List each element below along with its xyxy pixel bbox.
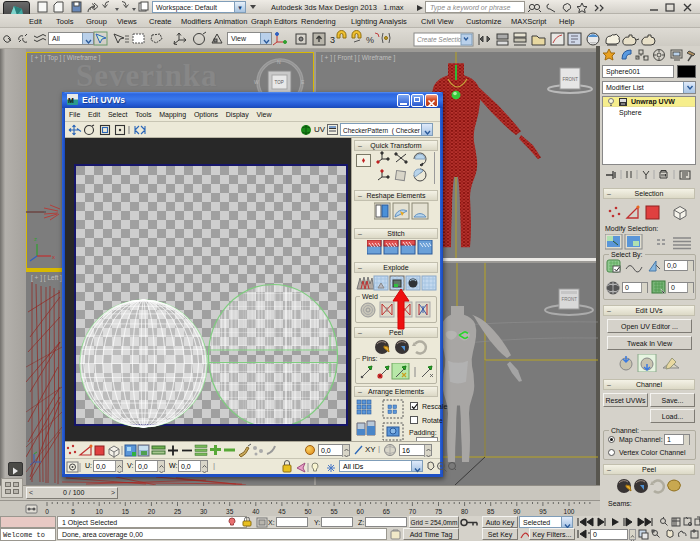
svg-text:5: 5 bbox=[71, 508, 75, 515]
svg-text:100: 100 bbox=[564, 508, 575, 515]
svg-text:50: 50 bbox=[304, 508, 312, 515]
svg-text:55: 55 bbox=[330, 508, 338, 515]
svg-text:3: 3 bbox=[330, 35, 335, 45]
svg-text:45: 45 bbox=[278, 508, 286, 515]
svg-text:65: 65 bbox=[383, 508, 391, 515]
svg-text:35: 35 bbox=[226, 508, 234, 515]
svg-text:10: 10 bbox=[96, 508, 104, 515]
svg-text:x: x bbox=[52, 254, 55, 260]
svg-text:90: 90 bbox=[513, 508, 521, 515]
svg-text:0: 0 bbox=[45, 508, 49, 515]
svg-text:20: 20 bbox=[148, 508, 156, 515]
svg-text:95: 95 bbox=[539, 508, 547, 515]
svg-text:40: 40 bbox=[252, 508, 260, 515]
svg-text:M: M bbox=[68, 97, 74, 104]
svg-text:15: 15 bbox=[122, 508, 130, 515]
svg-text:25: 25 bbox=[174, 508, 182, 515]
svg-text:30: 30 bbox=[200, 508, 208, 515]
svg-text:85: 85 bbox=[487, 508, 495, 515]
svg-text:80: 80 bbox=[461, 508, 469, 515]
svg-text:70: 70 bbox=[409, 508, 417, 515]
svg-text:z: z bbox=[34, 236, 37, 242]
svg-text:75: 75 bbox=[435, 508, 443, 515]
svg-text:60: 60 bbox=[357, 508, 365, 515]
svg-text:%: % bbox=[366, 35, 374, 45]
